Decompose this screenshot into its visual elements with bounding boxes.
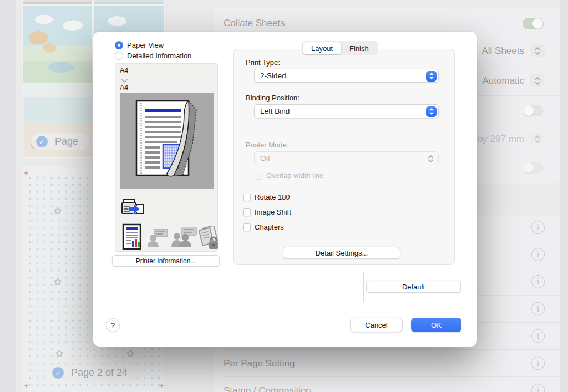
radio-selected-icon xyxy=(115,41,123,49)
binding-position-select[interactable]: Left Bind xyxy=(254,104,439,118)
footer-vertical-divider xyxy=(363,272,364,302)
paper-to-label: A4 xyxy=(120,84,128,91)
cancel-button[interactable]: Cancel xyxy=(350,318,403,332)
binding-position-label: Binding Position: xyxy=(246,94,300,102)
checkbox-icon xyxy=(243,223,251,231)
tab-layout[interactable]: Layout xyxy=(303,42,341,54)
ok-button[interactable]: OK xyxy=(411,318,462,332)
chapters-checkbox[interactable]: Chapters xyxy=(243,223,284,231)
stepper-icon xyxy=(428,155,434,165)
binding-position-value: Left Bind xyxy=(260,107,290,115)
overlap-width-line-checkbox: Overlap width line xyxy=(255,171,323,180)
user-comment-icon xyxy=(148,229,169,250)
poster-mode-value: Off xyxy=(260,154,270,162)
paper-view-panel: A4 A4 xyxy=(115,63,218,252)
checkbox-icon xyxy=(243,194,251,201)
users-comment-icon xyxy=(171,227,197,250)
two-sided-printing-icon xyxy=(121,198,144,221)
question-mark-icon: ? xyxy=(111,321,115,330)
stepper-icon xyxy=(426,71,437,82)
paper-view-radio[interactable]: Paper View xyxy=(115,41,164,49)
image-shift-checkbox[interactable]: Image Shift xyxy=(243,208,291,216)
checkbox-icon xyxy=(243,208,251,216)
document-report-icon xyxy=(122,223,142,252)
detail-settings-button[interactable]: Detail Settings... xyxy=(283,247,400,259)
poster-mode-select: Off xyxy=(254,151,439,165)
print-type-label: Print Type: xyxy=(246,58,280,67)
screen: { "background": { "page1_badge_label": "… xyxy=(0,0,568,392)
tab-finish[interactable]: Finish xyxy=(341,42,377,54)
printer-information-button[interactable]: Printer Information... xyxy=(112,255,220,267)
print-type-value: 2-Sided xyxy=(260,72,286,80)
tab-bar: Layout Finish xyxy=(302,41,378,55)
checkbox-icon xyxy=(255,172,262,180)
help-button[interactable]: ? xyxy=(106,318,120,332)
footer-divider xyxy=(106,272,462,272)
secure-booklet-icon xyxy=(197,226,219,252)
page-curl-graphic xyxy=(120,93,214,189)
paper-preview-image xyxy=(120,93,214,189)
paper-view-radio-label: Paper View xyxy=(127,41,164,49)
printer-features-dialog: Paper View Detailed Information A4 A4 xyxy=(93,32,477,347)
rotate-180-checkbox[interactable]: Rotate 180 xyxy=(243,193,290,201)
radio-unselected-icon xyxy=(115,52,123,60)
default-button[interactable]: Default xyxy=(366,281,461,293)
detailed-information-radio-label: Detailed Information xyxy=(127,52,191,60)
detailed-information-radio[interactable]: Detailed Information xyxy=(115,52,191,60)
print-type-select[interactable]: 2-Sided xyxy=(254,69,439,83)
poster-mode-label: Poster Mode: xyxy=(246,141,288,149)
stepper-icon xyxy=(426,106,437,117)
pane-divider xyxy=(225,39,225,272)
paper-from-label: A4 xyxy=(120,67,128,74)
